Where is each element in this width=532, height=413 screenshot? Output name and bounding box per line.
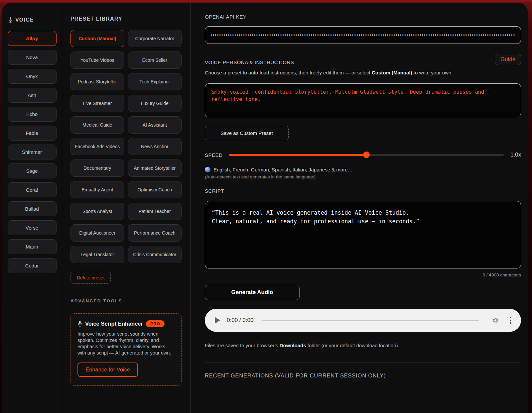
preset-empathy-agent[interactable]: Empathy Agent [70,181,124,198]
api-key-label: OPENAI API KEY [205,14,521,20]
preset-ecom-seller[interactable]: Ecom Seller [128,52,182,69]
preset-live-streamer[interactable]: Live Streamer [70,95,124,112]
voice-option-sage[interactable]: Sage [8,163,57,178]
voice-option-verse[interactable]: Verse [8,220,57,235]
preset-luxury-guide[interactable]: Luxury Guide [128,95,182,112]
generate-audio-button[interactable]: Generate Audio [205,285,300,300]
voice-option-alloy[interactable]: Alloy [8,31,57,46]
player-seek-bar[interactable] [262,320,479,321]
enhancer-title: Voice Script Enhancer [85,321,143,327]
voice-option-echo[interactable]: Echo [8,107,57,122]
preset-documentary[interactable]: Documentary [70,159,124,177]
recent-generations-title: RECENT GENERATIONS (VALID FOR CURRENT SE… [205,372,521,379]
voice-header: VOICE [8,17,57,23]
preset-news-anchor[interactable]: News Anchor [128,138,182,155]
preset-medical-guide[interactable]: Medical Guide [70,116,124,134]
speed-value: 1.0x [510,152,521,158]
preset-corporate-narrator[interactable]: Corporate Narrator [128,30,182,47]
languages-text: English, French, German, Spanish, Italia… [213,167,353,172]
voice-option-onyx[interactable]: Onyx [8,69,57,84]
preset-grid: Custom (Manual) Corporate Narrator YouTu… [70,30,182,263]
voice-option-ballad[interactable]: Ballad [8,201,57,216]
preset-custom-manual[interactable]: Custom (Manual) [70,30,124,47]
enhancer-description: Improve how your script sounds when spok… [77,331,175,357]
voice-option-shimmer[interactable]: Shimmer [8,145,57,159]
preset-digital-auctioneer[interactable]: Digital Auctioneer [70,224,124,242]
voice-option-fable[interactable]: Fable [8,126,57,141]
preset-ai-assistant[interactable]: AI Assistant [128,116,182,134]
microphone-icon [8,17,13,23]
preset-crisis-communicator[interactable]: Crisis Communicator [128,246,182,263]
enhance-for-voice-button[interactable]: Enhance for Voice [77,362,138,377]
pro-badge: PRO [146,320,165,327]
speed-slider[interactable] [229,152,504,158]
app-panel: VOICE Alloy Nova Onyx Ash Echo Fable Shi… [2,3,528,413]
api-key-input[interactable]: ••••••••••••••••••••••••••••••••••••••••… [205,26,521,44]
preset-optimism-coach[interactable]: Optimism Coach [128,181,182,198]
guide-button[interactable]: Guide [495,54,521,65]
player-time: 0:00 / 0:00 [227,317,253,324]
script-label: SCRIPT [205,188,521,194]
voice-option-nova[interactable]: Nova [8,50,57,65]
voice-option-marin[interactable]: Marin [8,239,57,254]
preset-tech-explainer[interactable]: Tech Explainer [128,73,182,90]
preset-legal-translator[interactable]: Legal Translator [70,246,124,263]
voice-option-ash[interactable]: Ash [8,88,57,103]
save-custom-preset-button[interactable]: Save as Custom Preset [205,126,289,140]
volume-icon[interactable] [492,316,500,324]
api-key-masked-value: ••••••••••••••••••••••••••••••••••••••••… [210,33,515,38]
speed-slider-fill [229,154,366,156]
preset-facebook-ads-videos[interactable]: Facebook Ads Videos [70,138,124,155]
main-column: OPENAI API KEY •••••••••••••••••••••••••… [191,3,528,413]
microphone-icon [77,321,82,327]
audio-player: 0:00 / 0:00 [205,309,521,332]
persona-label: VOICE PERSONA & INSTRUCTIONS [205,59,294,65]
speed-slider-track [229,154,504,156]
speed-slider-thumb[interactable] [363,152,370,158]
preset-patient-teacher[interactable]: Patient Teacher [128,203,182,220]
language-autodetect-note: (Auto-detects text and generates in the … [205,174,521,179]
globe-icon [205,167,210,172]
preset-performance-coach[interactable]: Performance Coach [128,224,182,242]
preset-podcast-storyteller[interactable]: Podcast Storyteller [70,73,124,90]
voice-option-coral[interactable]: Coral [8,182,57,197]
preset-library-title: PRESET LIBRARY [70,16,182,22]
delete-preset-button[interactable]: Delete preset [70,272,111,284]
speed-label: SPEED [205,152,222,158]
voice-option-cedar[interactable]: Cedar [8,258,57,273]
persona-hint: Choose a preset to auto-load instruction… [205,70,521,75]
preset-youtube-videos[interactable]: YouTube Videos [70,52,124,69]
persona-instructions-textarea[interactable]: Smoky-voiced, confidential storyteller. … [205,83,521,117]
voice-sidebar: VOICE Alloy Nova Onyx Ash Echo Fable Shi… [2,3,62,413]
voice-script-enhancer-card: Voice Script Enhancer PRO Improve how yo… [70,313,182,386]
player-menu-icon[interactable] [510,317,511,324]
play-icon[interactable] [215,317,220,324]
preset-animated-storyteller[interactable]: Animated Storyteller [128,159,182,177]
script-textarea[interactable]: “This is a real AI voice generated insid… [205,201,521,268]
preset-sports-analyst[interactable]: Sports Analyst [70,203,124,220]
section-divider [205,362,521,362]
download-note: Files are saved to your browser’s Downlo… [205,343,521,348]
voice-title: VOICE [15,17,34,23]
advanced-tools-title: ADVANCED TOOLS [70,298,182,303]
character-count: 0 / 4000 characters [205,272,521,277]
preset-column: PRESET LIBRARY Custom (Manual) Corporate… [62,3,191,413]
